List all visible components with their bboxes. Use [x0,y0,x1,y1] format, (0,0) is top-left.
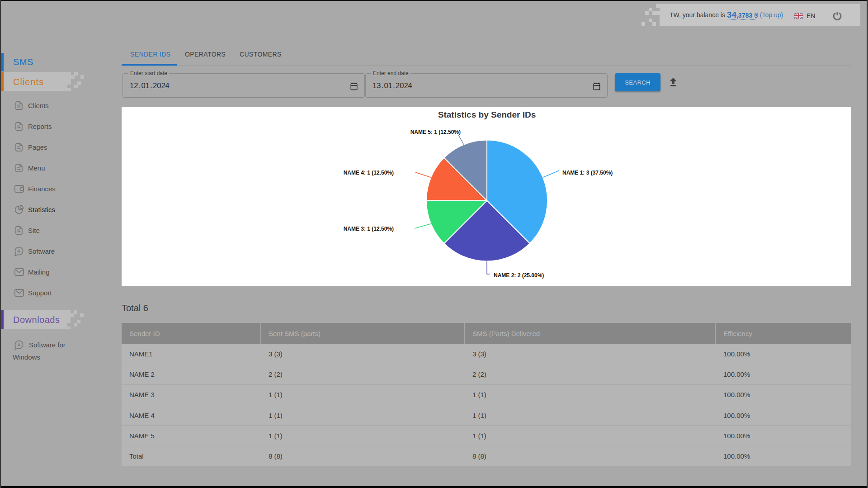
svg-text:Statistics by Sender IDs: Statistics by Sender IDs [438,110,536,119]
svg-text:NAME 3: 1 (12.50%): NAME 3: 1 (12.50%) [344,226,394,232]
svg-text:NAME 4: 1 (12.50%): NAME 4: 1 (12.50%) [344,170,394,176]
svg-text:NAME 1: 3 (37.50%): NAME 1: 3 (37.50%) [562,170,613,176]
svg-text:NAME 2: 2 (25.00%): NAME 2: 2 (25.00%) [494,272,544,279]
svg-text:NAME 5: 1 (12.50%): NAME 5: 1 (12.50%) [410,129,461,135]
